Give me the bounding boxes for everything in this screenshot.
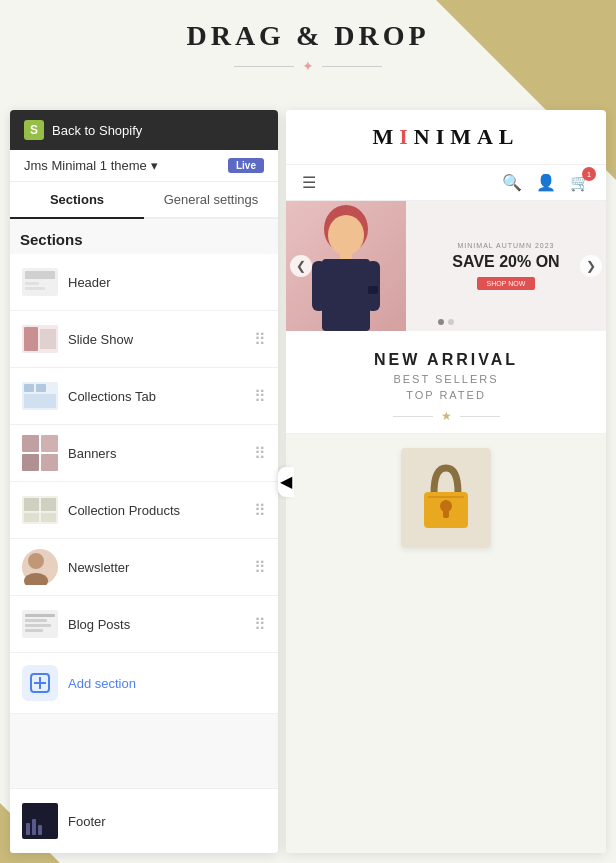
collapse-arrow-icon: ◀: [280, 472, 292, 491]
tab-sections-label: Sections: [50, 192, 104, 207]
slider-next-button[interactable]: ❯: [580, 255, 602, 277]
svg-rect-12: [41, 435, 58, 452]
hamburger-icon[interactable]: ☰: [302, 173, 316, 192]
svg-rect-1: [25, 271, 55, 279]
collection-products-thumb: [22, 492, 58, 528]
nav-icons-right: 🔍 👤 🛒 1: [502, 173, 590, 192]
back-to-shopify-bar[interactable]: S Back to Shopify: [10, 110, 278, 150]
product-image: [401, 448, 491, 548]
sidebar-item-blog-posts[interactable]: Blog Posts ⠿: [10, 596, 278, 653]
sidebar-item-banners[interactable]: Banners ⠿: [10, 425, 278, 482]
sections-list: Sections Header: [10, 219, 278, 782]
newsletter-drag-handle[interactable]: ⠿: [254, 558, 266, 577]
blog-posts-drag-handle[interactable]: ⠿: [254, 615, 266, 634]
collections-tab-thumb: [22, 378, 58, 414]
store-header: MINIMAL: [286, 110, 606, 165]
product-section: [286, 434, 606, 853]
theme-name-label: Jms Minimal 1 theme: [24, 158, 147, 173]
cart-container[interactable]: 🛒 1: [570, 173, 590, 192]
hero-content: MINIMAL AUTUMN 2023 SAVE 20% ON SHOP NOW: [406, 232, 606, 300]
sidebar-item-slideshow[interactable]: Slide Show ⠿: [10, 311, 278, 368]
search-icon[interactable]: 🔍: [502, 173, 522, 192]
header-icon: [22, 268, 58, 296]
collection-products-drag-handle[interactable]: ⠿: [254, 501, 266, 520]
store-nav: ☰ 🔍 👤 🛒 1: [286, 165, 606, 201]
middle-star-icon: ★: [441, 409, 452, 423]
tab-sections[interactable]: Sections: [10, 182, 144, 217]
page-title: DRAG & DROP: [0, 20, 616, 52]
title-divider: ✦: [0, 58, 616, 74]
chevron-left-icon: ❮: [296, 259, 306, 273]
banners-icon: [22, 435, 58, 471]
svg-rect-5: [24, 327, 38, 351]
add-section-label: Add section: [68, 676, 136, 691]
sidebar-item-header[interactable]: Header: [10, 254, 278, 311]
svg-rect-39: [312, 261, 326, 311]
svg-rect-34: [38, 825, 42, 835]
collections-tab-icon: [22, 382, 58, 410]
newsletter-label: Newsletter: [68, 560, 244, 575]
slideshow-icon: [22, 325, 58, 353]
slider-dot-2[interactable]: [448, 319, 454, 325]
blog-posts-label: Blog Posts: [68, 617, 244, 632]
slider-prev-button[interactable]: ❮: [290, 255, 312, 277]
page-title-area: DRAG & DROP ✦: [0, 20, 616, 74]
svg-rect-8: [24, 384, 34, 392]
chevron-down-icon: ▾: [151, 158, 158, 173]
svg-rect-25: [25, 619, 47, 622]
svg-rect-10: [24, 394, 56, 408]
cart-badge: 1: [582, 167, 596, 181]
sidebar-item-collections-tab[interactable]: Collections Tab ⠿: [10, 368, 278, 425]
svg-rect-27: [25, 629, 43, 632]
slideshow-drag-handle[interactable]: ⠿: [254, 330, 266, 349]
middle-line1[interactable]: NEW ARRIVAL: [302, 351, 590, 369]
svg-rect-33: [32, 819, 36, 835]
store-middle-divider: ★: [302, 409, 590, 423]
svg-rect-3: [25, 287, 45, 290]
footer-icon: [22, 803, 58, 839]
svg-rect-38: [322, 259, 370, 331]
divider-star: ✦: [302, 58, 314, 74]
collection-products-icon: [22, 496, 58, 524]
middle-divider-left: [393, 416, 433, 417]
collection-products-label: Collection Products: [68, 503, 244, 518]
svg-rect-32: [26, 823, 30, 835]
sidebar-item-footer[interactable]: Footer: [10, 788, 278, 853]
plus-icon: [30, 673, 50, 693]
middle-divider-right: [460, 416, 500, 417]
user-icon[interactable]: 👤: [536, 173, 556, 192]
chevron-right-icon: ❯: [586, 259, 596, 273]
sidebar-item-collection-products[interactable]: Collection Products ⠿: [10, 482, 278, 539]
svg-rect-2: [25, 282, 39, 285]
banners-drag-handle[interactable]: ⠿: [254, 444, 266, 463]
svg-rect-44: [443, 510, 449, 518]
hero-shop-button[interactable]: SHOP NOW: [477, 277, 536, 290]
slider-dot-1[interactable]: [438, 319, 444, 325]
header-label: Header: [68, 275, 266, 290]
svg-rect-18: [24, 513, 39, 522]
live-badge: Live: [228, 158, 264, 173]
sidebar-item-newsletter[interactable]: Newsletter ⠿: [10, 539, 278, 596]
hero-discount: SAVE 20% ON: [422, 253, 590, 271]
divider-line-right: [322, 66, 382, 67]
collapse-handle[interactable]: ◀: [278, 467, 294, 497]
svg-rect-17: [41, 498, 56, 511]
hero-slider: ❮: [286, 201, 606, 331]
tab-general-settings[interactable]: General settings: [144, 182, 278, 217]
product-card[interactable]: [401, 448, 491, 548]
slideshow-thumb: [22, 321, 58, 357]
svg-rect-6: [40, 329, 56, 349]
banners-label: Banners: [68, 446, 244, 461]
svg-rect-13: [22, 454, 39, 471]
middle-line3[interactable]: TOP RATED: [302, 389, 590, 401]
blog-posts-icon: [22, 610, 58, 638]
middle-line2[interactable]: BEST SELLERS: [302, 373, 590, 385]
logo-accent: I: [399, 124, 414, 149]
collections-tab-drag-handle[interactable]: ⠿: [254, 387, 266, 406]
theme-name-container[interactable]: Jms Minimal 1 theme ▾: [24, 158, 158, 173]
newsletter-icon: [22, 549, 58, 585]
store-middle: NEW ARRIVAL BEST SELLERS TOP RATED ★: [286, 331, 606, 434]
add-section-button[interactable]: Add section: [10, 653, 278, 714]
svg-rect-11: [22, 435, 39, 452]
svg-point-36: [328, 215, 364, 255]
